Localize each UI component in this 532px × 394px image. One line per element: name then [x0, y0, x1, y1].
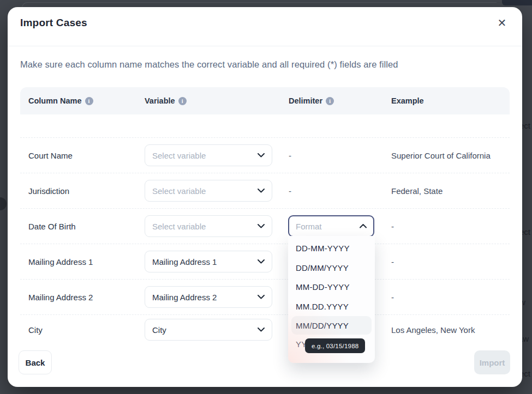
format-example-tooltip: e.g., 03/15/1988 [305, 338, 365, 353]
format-option[interactable]: DD-MM-YYYY [288, 239, 375, 258]
example-cell: Federal, State [391, 186, 443, 196]
example-cell: - [391, 222, 394, 231]
select-value: Select variable [152, 186, 206, 196]
select-value: City [152, 325, 166, 335]
title-divider [8, 46, 522, 46]
example-cell: - [391, 257, 394, 266]
select-value: Mailing Address 1 [152, 257, 217, 266]
header-column-name: Column Name [28, 96, 82, 105]
variable-select[interactable]: Select variable [145, 144, 272, 166]
background-button-fragment [502, 0, 532, 5]
header-delimiter: Delimiter [289, 96, 322, 105]
chevron-down-icon [258, 189, 265, 193]
column-name-cell: Mailing Address 2 [28, 293, 93, 302]
delimiter-cell: - [289, 151, 291, 160]
chevron-down-icon [258, 295, 265, 299]
chevron-up-icon [360, 224, 367, 228]
select-value: Select variable [152, 222, 206, 231]
format-option[interactable]: MM.DD.YYYY [288, 297, 375, 317]
variable-select[interactable]: Mailing Address 2 [145, 286, 272, 308]
example-cell: - [391, 293, 394, 302]
table-header: Column Name i Variable i Delimiter i Exa… [20, 87, 510, 114]
variable-select[interactable]: City [145, 319, 272, 341]
table-row: City City Los Angeles, New York [20, 314, 510, 344]
column-mapping-table: Case Name Select variable - Smith v. Joh… [20, 87, 510, 344]
background-sidebar-fragment [0, 197, 7, 210]
modal-subtitle: Make sure each column name matches the c… [20, 59, 398, 70]
info-icon[interactable]: i [178, 97, 187, 105]
column-name-cell: Mailing Address 1 [28, 257, 93, 266]
close-icon[interactable]: ✕ [494, 15, 510, 31]
chevron-down-icon [258, 153, 265, 157]
variable-select[interactable]: Select variable [145, 180, 272, 202]
format-placeholder: Format [296, 222, 322, 231]
variable-select[interactable]: Mailing Address 1 [145, 251, 272, 272]
delimiter-cell: - [289, 186, 291, 196]
format-option[interactable]: MM-DD-YYYY [288, 277, 375, 297]
table-row: Court Name Select variable - Superior Co… [20, 137, 510, 173]
format-option[interactable]: DD/MM/YYYY [288, 258, 375, 278]
modal-title: Import Cases [20, 17, 87, 29]
table-row: Mailing Address 2 Mailing Address 2 - [20, 279, 510, 314]
select-value: Select variable [152, 151, 206, 160]
chevron-down-icon [258, 224, 265, 228]
header-variable: Variable [145, 96, 175, 105]
date-format-select[interactable]: Format [288, 215, 374, 237]
example-cell: Superior Court of California [391, 151, 491, 160]
info-icon[interactable]: i [85, 97, 93, 105]
column-name-cell: City [28, 325, 43, 335]
chevron-down-icon [258, 328, 265, 332]
import-button[interactable]: Import [474, 350, 510, 374]
back-button[interactable]: Back [19, 350, 52, 374]
select-value: Mailing Address 2 [152, 293, 217, 302]
chevron-down-icon [258, 259, 265, 264]
table-row: Jurisdiction Select variable - Federal, … [20, 173, 510, 208]
info-icon[interactable]: i [326, 97, 334, 105]
variable-select[interactable]: Select variable [145, 215, 272, 237]
import-cases-modal: Import Cases ✕ Make sure each column nam… [8, 7, 522, 387]
example-cell: Los Angeles, New York [391, 325, 475, 335]
header-example: Example [391, 96, 424, 105]
column-name-cell: Date Of Birth [28, 222, 76, 231]
table-row: Date Of Birth Select variable Format - [20, 208, 510, 244]
format-option-highlighted[interactable]: MM/DD/YYYY [291, 316, 372, 335]
column-name-cell: Jurisdiction [28, 186, 69, 196]
table-row: Mailing Address 1 Mailing Address 1 - [20, 244, 510, 279]
column-name-cell: Court Name [28, 151, 73, 160]
